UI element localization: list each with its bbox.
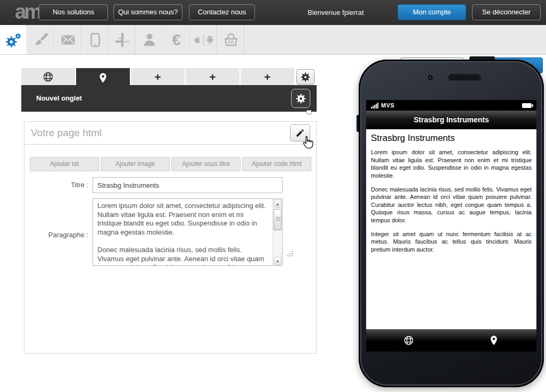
hand-cursor-icon xyxy=(301,135,316,152)
location-pin-icon xyxy=(97,72,109,84)
apple-icon xyxy=(192,34,202,45)
onglet-title: Nouvel onglet xyxy=(36,85,82,112)
tabs-settings-button[interactable] xyxy=(296,69,315,85)
plus-icon: + xyxy=(154,71,161,82)
onglet-settings-button[interactable] xyxy=(291,89,310,108)
scroll-down-arrow[interactable]: ▼ xyxy=(274,257,282,265)
page-editor-panel: Votre page html Ajouter txt Ajouter imag… xyxy=(24,121,317,354)
plus-icon: + xyxy=(209,71,216,82)
tab-home-globe[interactable] xyxy=(21,68,75,85)
phone-frame: MVS Strasbrg Instruments Strasbrg Instru… xyxy=(359,60,544,387)
phone-app-header: Strasbrg Instruments xyxy=(366,111,536,129)
phone-page-title: Strasbrg Instruments xyxy=(371,133,532,144)
toolbar-messages-tab[interactable] xyxy=(54,25,81,54)
ajouter-txt-button[interactable]: Ajouter txt xyxy=(30,157,99,171)
page-title: Votre page html xyxy=(31,122,102,144)
android-icon xyxy=(205,34,215,45)
basket-icon xyxy=(223,32,239,48)
carrier-label: MVS xyxy=(381,102,394,109)
globe-icon xyxy=(43,71,54,82)
phone-speaker xyxy=(448,74,481,81)
location-pin-icon xyxy=(489,335,499,346)
mobile-phone-icon xyxy=(87,32,103,48)
top-bar: am Nos solutions Qui sommes nous? Contac… xyxy=(0,0,546,25)
toolbar-publish-tab[interactable] xyxy=(190,25,217,54)
paragraphe-textarea[interactable]: Lorem ipsum dolor sit amet, consectetur … xyxy=(93,198,283,266)
onglet-header-bar: Nouvel onglet xyxy=(21,85,317,112)
envelope-icon xyxy=(60,32,76,48)
ajouter-code-html-button[interactable]: Ajouter code html xyxy=(242,157,311,171)
tab-add-1[interactable]: + xyxy=(131,68,185,85)
mon-compte-button[interactable]: Mon compte xyxy=(398,4,466,20)
toolbar-design-tab[interactable] xyxy=(27,25,54,54)
globe-icon xyxy=(403,335,414,346)
page-editor-body: Ajouter txt Ajouter image Ajouter sous t… xyxy=(24,145,316,353)
toolbar-plan-tab[interactable] xyxy=(109,25,136,54)
phone-camera xyxy=(428,75,433,80)
ajouter-sous-titre-button[interactable]: Ajouter sous titre xyxy=(171,157,241,171)
se-deconnecter-button[interactable]: Se déconnecter xyxy=(472,4,541,20)
scrollbar-grip xyxy=(276,217,280,222)
plus-icon: + xyxy=(264,71,270,82)
phone-nav-pin[interactable] xyxy=(489,335,499,346)
nav-qui-sommes-nous-button[interactable]: Qui sommes nous? xyxy=(113,4,183,20)
signal-bars-icon xyxy=(371,103,378,109)
toolbar-users-tab[interactable] xyxy=(136,25,163,54)
scrollbar-thumb[interactable] xyxy=(274,209,282,230)
am-logo: am xyxy=(15,1,40,23)
nav-contactez-nous-button[interactable]: Contactez nous xyxy=(189,4,255,20)
textarea-scrollbar[interactable]: ▲ ▼ xyxy=(272,199,282,265)
scroll-up-arrow[interactable]: ▲ xyxy=(274,199,282,207)
phone-nav-bar xyxy=(366,329,536,352)
phone-preview: MVS Strasbrg Instruments Strasbrg Instru… xyxy=(357,56,546,389)
textarea-resize-grip[interactable] xyxy=(287,255,288,256)
paragraphe-text: Lorem ipsum dolor sit amet, consectetur … xyxy=(93,199,272,265)
tab-add-2[interactable]: + xyxy=(186,68,239,85)
plan-icon xyxy=(114,32,130,48)
paintbrush-icon xyxy=(33,32,49,48)
euro-icon: € xyxy=(172,32,181,48)
section-toolbar: € Enregistrer Etape suivante xyxy=(0,25,546,55)
settings-gears-icon xyxy=(5,32,21,48)
phone-paragraph: Donec malesuada lacinia risus, sed molli… xyxy=(371,186,532,224)
apple-android-icon xyxy=(192,34,215,45)
toolbar-pricing-tab[interactable]: € xyxy=(163,25,190,54)
phone-page-content: Strasbrg Instruments Lorem ipsum dolor s… xyxy=(366,129,536,329)
paragraphe-label: Paragraphe : xyxy=(24,231,88,239)
toolbar-store-tab[interactable] xyxy=(217,25,244,54)
person-icon xyxy=(142,32,158,48)
welcome-text: Bienvenue fpierrat xyxy=(308,9,364,16)
phone-nav-globe[interactable] xyxy=(403,335,414,346)
nav-nos-solutions-button[interactable]: Nos solutions xyxy=(39,4,108,20)
phone-screen: MVS Strasbrg Instruments Strasbrg Instru… xyxy=(366,100,536,352)
titre-input[interactable] xyxy=(93,177,283,193)
titre-label: Titre : xyxy=(24,181,88,189)
gear-icon xyxy=(301,72,310,82)
tab-location-pin[interactable] xyxy=(76,68,130,87)
phone-paragraph: Lorem ipsum dolor sit amet, consectetur … xyxy=(371,148,532,180)
app-builder-page: am Nos solutions Qui sommes nous? Contac… xyxy=(0,0,546,392)
page-editor-header: Votre page html xyxy=(24,122,316,145)
resize-notch xyxy=(307,110,311,114)
toolbar-settings-tab[interactable] xyxy=(0,25,27,54)
phone-status-bar: MVS xyxy=(366,100,536,111)
tab-add-3[interactable]: + xyxy=(241,68,294,85)
phone-paragraph: Integer sit amet quam ut nunc fermentum … xyxy=(371,230,532,254)
toolbar-mobile-tab[interactable] xyxy=(81,25,109,54)
battery-icon xyxy=(522,103,532,108)
ajouter-image-button[interactable]: Ajouter image xyxy=(101,157,170,171)
gear-icon xyxy=(296,94,306,104)
